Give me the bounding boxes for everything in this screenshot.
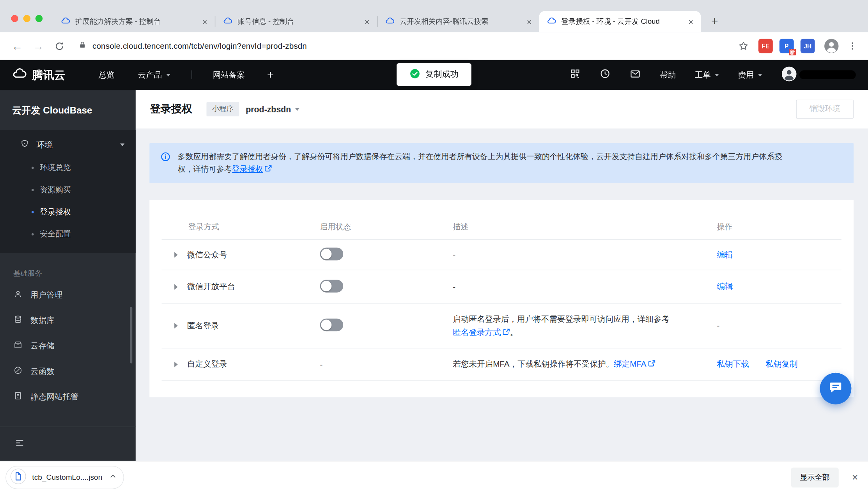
close-tab-icon[interactable]: ×	[524, 16, 535, 27]
tab-extension-solution[interactable]: 扩展能力解决方案 - 控制台 ×	[53, 11, 215, 32]
mail-icon[interactable]	[629, 68, 641, 82]
forward-button[interactable]: →	[29, 37, 48, 55]
back-button[interactable]: ←	[8, 37, 27, 55]
main-area: 登录授权 小程序 prod-zbsdn 销毁环境 多数应用都需要了解使用者身份，…	[136, 90, 868, 461]
private-key-download-link[interactable]: 私钥下载	[717, 359, 749, 369]
nav-label: 云产品	[138, 69, 162, 80]
login-method-label: 微信公众号	[187, 250, 227, 260]
sidebar-title: 云开发 CloudBase	[0, 90, 136, 130]
anonymous-login-doc-link[interactable]: 匿名登录方式	[453, 328, 501, 337]
close-download-bar-icon[interactable]: ×	[852, 471, 858, 483]
bind-mfa-link[interactable]: 绑定MFA	[614, 360, 646, 369]
chevron-down-icon	[295, 108, 299, 110]
browser-profile-icon[interactable]	[824, 38, 839, 54]
private-key-copy-link[interactable]: 私钥复制	[765, 359, 797, 369]
tab-title: 登录授权 - 环境 - 云开发 Cloud	[562, 17, 680, 27]
banner-line2: 权，详情可参考登录授权	[178, 163, 782, 176]
tab-title: 云开发相关内容-腾讯云搜索	[400, 17, 519, 27]
customer-service-chat-button[interactable]	[820, 373, 851, 404]
reload-button[interactable]	[50, 37, 69, 55]
account-area[interactable]	[781, 66, 856, 84]
expand-row-icon[interactable]	[174, 284, 178, 289]
sidebar-item-database[interactable]: 数据库	[0, 307, 136, 333]
chevron-down-icon	[758, 73, 762, 76]
avatar[interactable]	[781, 66, 797, 84]
tab-account-info[interactable]: 账号信息 - 控制台 ×	[215, 11, 377, 32]
expand-row-icon[interactable]	[174, 362, 178, 367]
table-header-row: 登录方式 启用状态 描述 操作	[162, 215, 841, 240]
expand-row-icon[interactable]	[174, 323, 178, 328]
close-tab-icon[interactable]: ×	[199, 16, 210, 27]
sidebar-item-cloud-storage[interactable]: 云存储	[0, 333, 136, 358]
download-item[interactable]: tcb_CustomLo....json	[5, 466, 124, 489]
login-method-label: 匿名登录	[187, 321, 219, 331]
column-header: 操作	[717, 222, 841, 232]
sidebar-scrollbar[interactable]	[130, 307, 133, 364]
nav-ticket[interactable]: 工单	[695, 69, 719, 80]
url-text: console.cloud.tencent.com/tcb/env/login?…	[92, 42, 307, 51]
row-action-empty: -	[717, 321, 841, 330]
sidebar: 云开发 CloudBase 环境 环境总览 资源购买 登录授权 安全配置 基础服…	[0, 90, 136, 461]
sidebar-item-cloud-functions[interactable]: 云函数	[0, 358, 136, 384]
download-filename: tcb_CustomLo....json	[32, 473, 102, 481]
cloud-logo-icon	[12, 66, 27, 83]
tab-list: 扩展能力解决方案 - 控制台 × 账号信息 - 控制台 × 云开发相关内容-腾讯…	[53, 11, 701, 32]
row-description: 启动匿名登录后，用户将不需要登录即可访问应用，详细参考 匿名登录方式。	[453, 312, 717, 339]
edit-link[interactable]: 编辑	[717, 281, 733, 292]
chevron-up-icon[interactable]	[108, 471, 118, 483]
env-selector[interactable]: prod-zbsdn	[246, 105, 299, 114]
destroy-env-button[interactable]: 销毁环境	[796, 100, 854, 119]
document-icon	[13, 391, 23, 402]
clock-icon[interactable]	[599, 68, 610, 82]
sidebar-item-security-config[interactable]: 安全配置	[0, 223, 136, 245]
table-row-wechat-official: 微信公众号 - 编辑	[162, 240, 841, 270]
minimize-window-button[interactable]	[23, 15, 30, 22]
nav-help[interactable]: 帮助	[660, 69, 676, 80]
sidebar-item-resource-purchase[interactable]: 资源购买	[0, 179, 136, 201]
address-bar[interactable]: console.cloud.tencent.com/tcb/env/login?…	[71, 36, 733, 56]
sidebar-item-label: 数据库	[30, 315, 55, 325]
extension-p-icon[interactable]: P 新	[779, 39, 794, 53]
tab-search-result[interactable]: 云开发相关内容-腾讯云搜索 ×	[377, 11, 539, 32]
sidebar-item-user-management[interactable]: 用户管理	[0, 282, 136, 307]
sidebar-item-label: 用户管理	[30, 289, 62, 300]
nav-cloud-products[interactable]: 云产品	[138, 69, 170, 80]
table-row-custom-login: 自定义登录 - 若您未开启MFA，下载私钥操作将不受保护。绑定MFA 私钥下载 …	[162, 348, 841, 380]
browser-toolbar: ← → console.cloud.tencent.com/tcb/env/lo…	[0, 32, 868, 60]
nav-overview[interactable]: 总览	[99, 69, 115, 80]
enable-toggle-off[interactable]	[320, 248, 344, 261]
sidebar-item-env-overview[interactable]: 环境总览	[0, 157, 136, 179]
sidebar-item-static-hosting[interactable]: 静态网站托管	[0, 384, 136, 409]
nav-add-button[interactable]: +	[267, 68, 274, 82]
extension-fe-icon[interactable]: FE	[758, 39, 773, 53]
sidebar-item-environment[interactable]: 环境	[0, 132, 136, 156]
close-tab-icon[interactable]: ×	[686, 16, 696, 27]
table-row-anonymous: 匿名登录 启动匿名登录后，用户将不需要登录即可访问应用，详细参考 匿名登录方式。…	[162, 303, 841, 348]
row-description: -	[453, 248, 717, 261]
enable-toggle-off[interactable]	[320, 319, 344, 332]
edit-link[interactable]: 编辑	[717, 250, 733, 260]
qr-code-icon[interactable]	[570, 68, 581, 82]
nav-beian[interactable]: 网站备案	[213, 69, 245, 80]
extension-label: FE	[762, 43, 769, 49]
login-method-label: 微信开放平台	[187, 281, 236, 292]
description-line1: 启动匿名登录后，用户将不需要登录即可访问应用，详细参考	[453, 312, 717, 325]
sidebar-item-login-auth[interactable]: 登录授权	[0, 201, 136, 223]
external-link-icon	[503, 326, 510, 339]
column-header: 描述	[453, 222, 717, 232]
fullscreen-window-button[interactable]	[35, 15, 43, 22]
close-tab-icon[interactable]: ×	[361, 16, 372, 27]
new-tab-button[interactable]: +	[706, 13, 723, 30]
browser-menu-icon[interactable]	[845, 38, 860, 54]
show-all-downloads-button[interactable]: 显示全部	[791, 467, 839, 487]
tencent-cloud-logo[interactable]: 腾讯云	[12, 66, 65, 83]
enable-toggle-off[interactable]	[320, 280, 344, 293]
login-auth-doc-link[interactable]: 登录授权	[232, 165, 263, 174]
extension-jh-icon[interactable]: JH	[801, 39, 815, 53]
nav-billing[interactable]: 费用	[738, 69, 762, 80]
collapse-sidebar-icon[interactable]	[14, 438, 25, 450]
tab-login-auth-active[interactable]: 登录授权 - 环境 - 云开发 Cloud ×	[539, 11, 701, 32]
bookmark-star-icon[interactable]	[735, 38, 752, 55]
close-window-button[interactable]	[11, 15, 18, 22]
expand-row-icon[interactable]	[174, 252, 178, 257]
